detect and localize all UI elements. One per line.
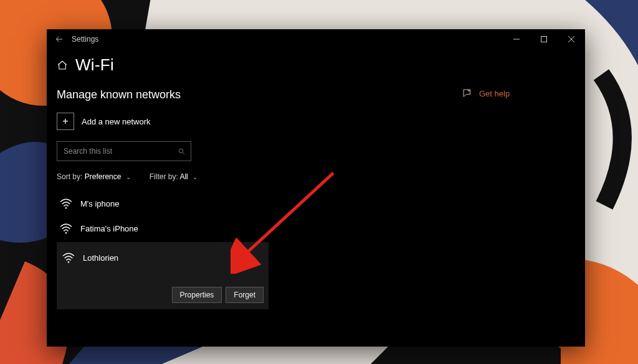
svg-point-3 [179, 149, 183, 153]
wifi-icon [59, 223, 73, 234]
network-item-selected[interactable]: Lothlorien Properties Forget [57, 242, 269, 309]
chevron-down-icon: ⌄ [126, 174, 131, 180]
minimize-icon [513, 36, 520, 42]
back-button[interactable] [47, 29, 72, 49]
add-network-label: Add a new network [82, 117, 151, 126]
arrow-left-icon [55, 35, 64, 44]
help-icon [462, 88, 473, 99]
get-help-label: Get help [479, 89, 510, 98]
filter-by-value: All [179, 172, 188, 181]
filter-by-label: Filter by: [150, 172, 178, 181]
forget-button[interactable]: Forget [226, 287, 264, 303]
wifi-icon [59, 198, 73, 209]
search-icon [178, 147, 186, 156]
minimize-button[interactable] [503, 29, 530, 49]
network-name: Lothlorien [83, 253, 118, 263]
app-title: Settings [72, 35, 98, 44]
titlebar: Settings [47, 29, 585, 49]
network-item[interactable]: Fatima's iPhone [57, 216, 455, 241]
home-icon[interactable] [57, 60, 68, 71]
search-input[interactable] [62, 146, 164, 156]
sort-by-value: Preference [85, 172, 121, 181]
properties-button[interactable]: Properties [172, 287, 222, 303]
close-icon [568, 36, 574, 42]
page-title: Wi-Fi [75, 55, 114, 75]
chevron-down-icon: ⌄ [193, 174, 198, 180]
sort-by-label: Sort by: [57, 172, 82, 181]
maximize-icon [541, 36, 547, 42]
desktop: Settings Wi-Fi Manage known networ [0, 0, 638, 364]
network-name: Fatima's iPhone [80, 224, 138, 233]
maximize-button[interactable] [530, 29, 558, 49]
svg-point-6 [68, 261, 70, 263]
network-name: M's iphone [80, 199, 119, 208]
wifi-icon [62, 252, 75, 263]
add-network-button[interactable]: + Add a new network [57, 113, 455, 130]
network-item[interactable]: M's iphone [57, 191, 455, 216]
svg-point-5 [65, 232, 67, 234]
svg-rect-2 [541, 37, 547, 42]
filter-by-dropdown[interactable]: Filter by: All ⌄ [150, 172, 198, 181]
svg-point-7 [468, 90, 470, 91]
search-input-container[interactable] [57, 141, 191, 161]
section-title: Manage known networks [57, 88, 455, 101]
get-help-link[interactable]: Get help [462, 88, 575, 99]
plus-icon: + [57, 113, 74, 130]
sort-by-dropdown[interactable]: Sort by: Preference ⌄ [57, 172, 131, 181]
close-button[interactable] [558, 29, 585, 49]
settings-window: Settings Wi-Fi Manage known networ [47, 29, 585, 347]
svg-point-4 [65, 207, 67, 209]
